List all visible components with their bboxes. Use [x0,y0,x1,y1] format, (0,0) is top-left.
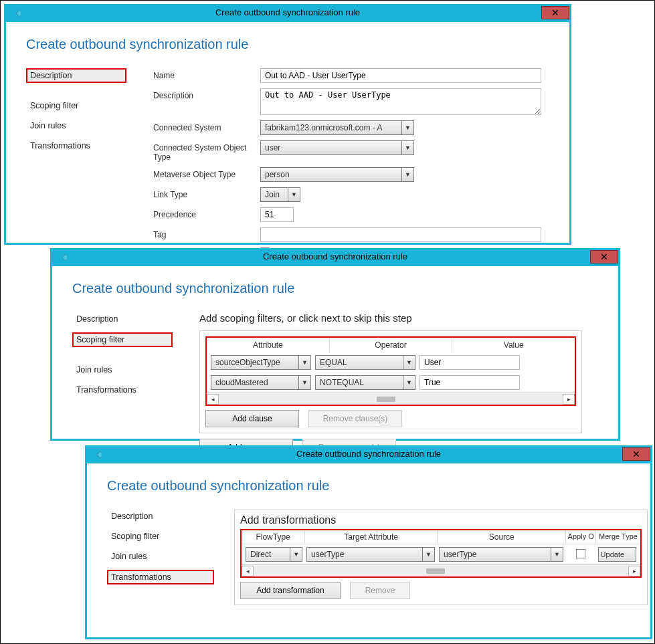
scroll-thumb[interactable] [426,568,445,574]
nav-scoping-filter[interactable]: Scoping filter [26,99,82,112]
close-button[interactable]: ✕ [590,250,618,263]
connected-system-label: Connected System [153,120,260,132]
description-input[interactable] [260,88,541,115]
add-transformation-button[interactable]: Add transformation [240,582,341,599]
chevron-down-icon: ▼ [422,548,434,561]
filter-row: sourceObjectType▼ EQUAL▼ [207,352,575,372]
chevron-down-icon: ▼ [551,548,563,561]
nav-scoping-filter[interactable]: Scoping filter [107,530,163,543]
col-source: Source [438,530,566,544]
col-operator: Operator [330,338,453,352]
chevron-down-icon: ▼ [401,121,413,134]
transform-header: FlowType Target Attribute Source Apply O… [242,530,640,544]
scroll-thumb[interactable] [377,397,395,402]
link-type-select[interactable]: Join▼ [260,187,300,202]
nav-description[interactable]: Description [26,68,126,83]
title-bar: Create outbound synchronization rule ✕ [52,250,618,266]
attribute-select[interactable]: cloudMastered▼ [211,375,311,390]
nav-join-rules[interactable]: Join rules [72,363,116,377]
chevron-down-icon: ▼ [290,548,302,561]
scroll-left-button[interactable]: ◂ [242,566,254,576]
window-title: Create outbound synchronization rule [52,251,618,261]
attribute-select[interactable]: sourceObjectType▼ [211,355,311,370]
scroll-right-button[interactable]: ▸ [628,566,640,576]
scroll-right-button[interactable]: ▸ [563,394,575,405]
transform-row: Direct▼ userType▼ userType▼ Update [242,544,640,564]
merge-type-select[interactable]: Update [598,547,636,562]
page-heading: Create outbound synchronization rule [107,478,630,494]
window-title: Create outbound synchronization rule [6,7,569,17]
add-clause-button[interactable]: Add clause [205,410,299,427]
operator-select[interactable]: NOTEQUAL▼ [315,375,415,390]
description-form: Name Description Connected System fabrik… [153,68,549,277]
flowtype-select[interactable]: Direct▼ [246,547,302,562]
name-label: Name [153,68,260,80]
close-icon: ✕ [551,7,559,18]
chevron-down-icon: ▼ [401,141,413,154]
title-bar: Create outbound synchronization rule ✕ [87,447,650,463]
name-input[interactable] [260,68,541,83]
value-input[interactable] [419,355,520,370]
nav-sidebar: Description Scoping filter Join rules Tr… [72,312,173,456]
chevron-down-icon: ▼ [401,168,413,181]
filter-row: cloudMastered▼ NOTEQUAL▼ [207,372,575,393]
tag-label: Tag [153,227,260,239]
col-target: Target Attribute [305,530,438,544]
close-button[interactable]: ✕ [541,6,569,19]
nav-transformations[interactable]: Transformations [26,139,94,152]
chevron-down-icon: ▼ [298,356,310,369]
target-attr-select[interactable]: userType▼ [306,547,435,562]
apply-once-checkbox[interactable] [576,549,585,558]
col-flowtype: FlowType [242,530,305,544]
description-label: Description [153,88,260,100]
nav-transformations[interactable]: Transformations [72,383,141,397]
nav-sidebar: Description Scoping filter Join rules Tr… [107,510,214,605]
col-attribute: Attribute [207,338,330,352]
mv-obj-type-select[interactable]: person▼ [260,167,414,182]
value-input[interactable] [419,375,520,390]
tag-input[interactable] [260,227,541,242]
title-bar: Create outbound synchronization rule ✕ [6,6,569,22]
precedence-label: Precedence [153,207,260,219]
transform-section-title: Add transformations [240,514,642,526]
nav-transformations[interactable]: Transformations [107,570,214,584]
chevron-down-icon: ▼ [288,188,300,201]
nav-scoping-filter[interactable]: Scoping filter [72,332,173,347]
horizontal-scrollbar[interactable]: ◂ ▸ [207,393,575,405]
nav-join-rules[interactable]: Join rules [107,550,151,563]
chevron-down-icon: ▼ [403,376,415,389]
source-select[interactable]: userType▼ [439,547,563,562]
close-button[interactable]: ✕ [622,447,650,461]
conn-obj-type-select[interactable]: user▼ [260,140,414,155]
close-icon: ✕ [600,251,608,262]
horizontal-scrollbar[interactable]: ◂ ▸ [242,564,640,576]
nav-description[interactable]: Description [107,510,157,523]
chevron-down-icon: ▼ [403,356,415,369]
col-apply-once: Apply O [566,530,596,544]
scoping-section-title: Add scoping filters, or click next to sk… [199,312,598,324]
scroll-left-button[interactable]: ◂ [207,394,219,405]
nav-description[interactable]: Description [72,312,122,326]
page-heading: Create outbound synchronization rule [26,37,549,52]
page-heading: Create outbound synchronization rule [72,281,598,296]
mv-obj-type-label: Metaverse Object Type [153,167,260,179]
col-merge: Merge Type [596,530,640,544]
connected-system-select[interactable]: fabrikam123.onmicrosoft.com - A▼ [260,120,414,135]
nav-join-rules[interactable]: Join rules [26,119,70,132]
nav-sidebar: Description Scoping filter Join rules Tr… [26,68,126,277]
operator-select[interactable]: EQUAL▼ [315,355,415,370]
remove-transformation-button[interactable]: Remove [350,582,410,599]
chevron-down-icon: ▼ [298,376,310,389]
link-type-label: Link Type [153,187,260,199]
col-value: Value [452,338,575,352]
close-icon: ✕ [632,449,640,459]
remove-clause-button[interactable]: Remove clause(s) [308,410,402,427]
window-title: Create outbound synchronization rule [87,449,650,459]
conn-obj-type-label: Connected System Object Type [153,140,260,162]
precedence-input[interactable] [260,207,294,222]
